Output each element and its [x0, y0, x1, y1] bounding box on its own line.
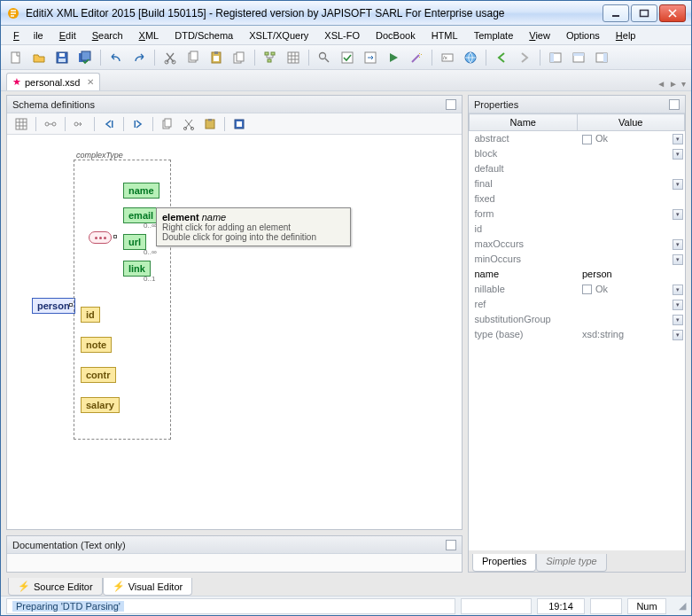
forward-icon[interactable]	[515, 48, 534, 67]
tab-prev-icon[interactable]: ◄	[657, 79, 665, 89]
tab-menu-icon[interactable]: ▾	[681, 79, 686, 89]
menu-template[interactable]: Template	[467, 28, 521, 43]
schema-copy-icon[interactable]	[159, 115, 176, 133]
tab-simple-type[interactable]: Simple type	[536, 554, 606, 572]
connector-handle[interactable]	[113, 235, 117, 238]
attr-note[interactable]: note	[81, 337, 112, 353]
dropdown-icon[interactable]: ▾	[673, 209, 683, 220]
save-icon[interactable]	[52, 48, 72, 67]
property-row[interactable]: minOccurs▾	[470, 252, 685, 267]
tab-visual-editor[interactable]: ⚡Visual Editor	[103, 578, 193, 596]
copy-icon[interactable]	[183, 48, 203, 67]
resize-grip-icon[interactable]: ◢	[672, 600, 686, 612]
schema-preview-icon[interactable]	[230, 115, 248, 133]
undo-icon[interactable]	[106, 48, 126, 67]
connect1-icon[interactable]	[42, 115, 59, 133]
panel-toggle-icon[interactable]	[669, 99, 680, 110]
save-all-icon[interactable]	[75, 48, 95, 67]
schema-paste-icon[interactable]	[201, 115, 219, 133]
dropdown-icon[interactable]: ▾	[673, 134, 683, 144]
cut-icon[interactable]	[160, 48, 180, 67]
property-row[interactable]: block▾	[470, 146, 685, 161]
property-row[interactable]: form▾	[470, 207, 685, 222]
prop-header-name[interactable]: Name	[470, 114, 578, 131]
panel1-icon[interactable]	[546, 48, 565, 67]
properties-grid[interactable]: Name Value abstractOk▾block▾defaultfinal…	[469, 113, 685, 550]
menu-view[interactable]: View	[522, 28, 557, 43]
duplicate-icon[interactable]	[229, 48, 249, 67]
property-row[interactable]: final▾	[470, 176, 685, 191]
menu-dtd-schema[interactable]: DTD/Schema	[167, 28, 240, 43]
close-button[interactable]	[659, 4, 686, 22]
new-file-icon[interactable]	[6, 48, 26, 67]
xpath-icon[interactable]: /x	[438, 48, 457, 67]
tab-close-icon[interactable]: ✕	[87, 77, 94, 87]
menu-html[interactable]: HTML	[424, 28, 465, 43]
tree-view-icon[interactable]	[260, 48, 280, 67]
property-row[interactable]: id	[470, 222, 685, 237]
attr-salary[interactable]: salary	[81, 397, 120, 413]
schema-cut-icon[interactable]	[180, 115, 198, 133]
dropdown-icon[interactable]: ▾	[673, 285, 683, 295]
minimize-button[interactable]	[603, 4, 629, 22]
maximize-button[interactable]	[631, 4, 657, 22]
menu-xml[interactable]: XML	[132, 28, 167, 43]
property-row[interactable]: maxOccurs▾	[470, 237, 685, 252]
nav-fwd-icon[interactable]	[129, 115, 147, 133]
grid-view-icon[interactable]	[284, 48, 303, 67]
attr-contr[interactable]: contr	[81, 367, 116, 383]
tab-source-editor[interactable]: ⚡Source Editor	[8, 578, 103, 596]
tab-next-icon[interactable]: ►	[669, 79, 678, 89]
panel-toggle-icon[interactable]	[446, 99, 456, 110]
attr-id[interactable]: id	[81, 307, 100, 323]
prop-header-value[interactable]: Value	[577, 114, 685, 131]
menu-xslfo[interactable]: XSL-FO	[317, 28, 367, 43]
connect2-icon[interactable]	[71, 115, 89, 133]
back-icon[interactable]	[492, 48, 511, 67]
menu-help[interactable]: Help	[609, 28, 643, 43]
property-row[interactable]: type (base)xsd:string▾	[470, 327, 685, 342]
paste-icon[interactable]	[206, 48, 226, 67]
dropdown-icon[interactable]: ▾	[673, 254, 683, 265]
file-tab[interactable]: ★ personal.xsd ✕	[6, 73, 100, 90]
menu-edit[interactable]: Edit	[52, 28, 83, 43]
redo-icon[interactable]	[129, 48, 149, 67]
grid-icon[interactable]	[12, 115, 30, 133]
dropdown-icon[interactable]: ▾	[673, 179, 683, 190]
connector-handle[interactable]	[69, 303, 73, 307]
menu-search[interactable]: Search	[85, 28, 130, 43]
menu-options[interactable]: Options	[559, 28, 607, 43]
panel3-icon[interactable]	[592, 48, 611, 67]
wand-icon[interactable]	[407, 48, 426, 67]
element-name[interactable]: name	[123, 183, 159, 199]
validate-icon[interactable]	[338, 48, 357, 67]
dropdown-icon[interactable]: ▾	[673, 149, 683, 160]
property-row[interactable]: substitutionGroup▾	[470, 312, 685, 327]
dropdown-icon[interactable]: ▾	[673, 300, 683, 310]
schema-canvas[interactable]: person complexType name email 0..∞ url 0…	[7, 135, 462, 529]
property-row[interactable]: nameperson	[470, 267, 685, 282]
documentation-body[interactable]	[7, 554, 462, 572]
sequence-node[interactable]	[89, 231, 112, 244]
run-icon[interactable]	[384, 48, 403, 67]
property-row[interactable]: nillableOk▾	[470, 282, 685, 297]
svg-rect-15	[214, 56, 219, 61]
transform-icon[interactable]	[361, 48, 380, 67]
dropdown-icon[interactable]: ▾	[673, 315, 683, 325]
menu-file[interactable]: File	[6, 28, 51, 43]
property-row[interactable]: abstractOk▾	[470, 131, 685, 146]
search-icon[interactable]	[315, 48, 334, 67]
dropdown-icon[interactable]: ▾	[673, 330, 683, 340]
tab-properties[interactable]: Properties	[472, 554, 536, 572]
open-file-icon[interactable]	[29, 48, 49, 67]
property-row[interactable]: default	[470, 161, 685, 176]
menu-xslt[interactable]: XSLT/XQuery	[242, 28, 315, 43]
browser-icon[interactable]	[461, 48, 480, 67]
panel2-icon[interactable]	[569, 48, 588, 67]
property-row[interactable]: fixed	[470, 191, 685, 207]
dropdown-icon[interactable]: ▾	[673, 239, 683, 250]
nav-back-icon[interactable]	[100, 115, 118, 133]
panel-toggle-icon[interactable]	[446, 540, 456, 550]
menu-docbook[interactable]: DocBook	[369, 28, 423, 43]
property-row[interactable]: ref▾	[470, 297, 685, 312]
